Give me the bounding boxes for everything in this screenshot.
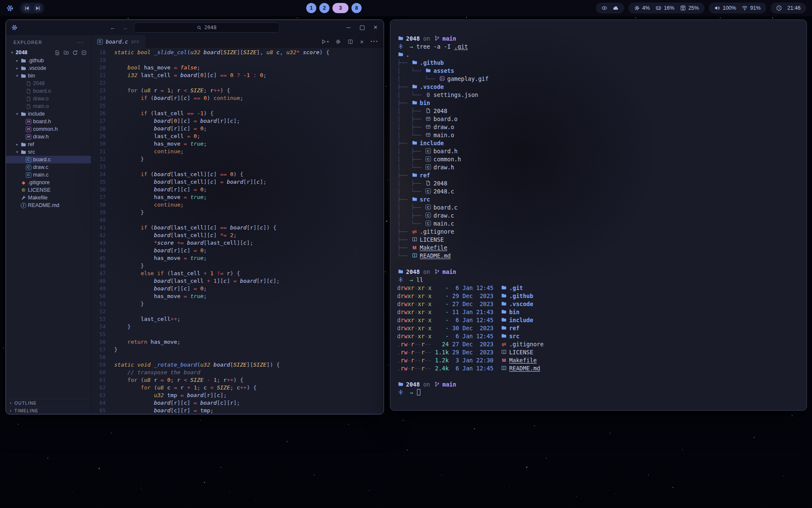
cpu-indicator[interactable]: 4% xyxy=(634,5,650,11)
editor-window[interactable]: ← → 2048 × EXPLORER ··· ▾2048▸.github▸.v… xyxy=(5,19,384,414)
chevron-right-icon[interactable]: ▸ xyxy=(14,58,20,63)
maximize-button[interactable] xyxy=(359,25,365,30)
terminal-output[interactable]: 2048 on main → tree -a -I .git.├── .gith… xyxy=(397,34,800,396)
editor-titlebar[interactable]: ← → 2048 × xyxy=(6,20,384,35)
code-line: 49 board[r][c] = 0; xyxy=(91,285,384,293)
tab-board-c[interactable]: C board.c src xyxy=(91,35,145,48)
line-number: 64 xyxy=(91,399,106,407)
more-actions-button[interactable]: ··· xyxy=(370,38,379,45)
new-folder-button[interactable] xyxy=(63,50,69,55)
terminal-window[interactable]: 2048 on main → tree -a -I .git.├── .gith… xyxy=(390,19,807,411)
collapse-button[interactable] xyxy=(81,50,87,55)
explorer-item-ref[interactable]: ▸ref xyxy=(6,141,91,148)
terminal-line: │ ├── board.o xyxy=(397,115,800,123)
split-editor-button[interactable] xyxy=(348,39,353,44)
explorer-item-readme-md[interactable]: iREADME.md xyxy=(6,202,91,209)
close-button[interactable]: × xyxy=(373,25,379,30)
new-file-button[interactable] xyxy=(55,50,60,55)
explorer-item-main-c[interactable]: Cmain.c xyxy=(6,171,91,179)
explorer-item--gitignore[interactable]: ◆.gitignore xyxy=(6,179,91,186)
workspace-3[interactable]: 3 xyxy=(332,3,348,13)
settings-button[interactable] xyxy=(335,39,341,44)
weather-module[interactable] xyxy=(596,3,624,14)
memory-indicator[interactable]: 16% xyxy=(656,5,675,11)
code-line: 23 for (u8 r = 1; r < SIZE; r++) { xyxy=(91,87,384,94)
system-stats-module[interactable]: 4%16%25% xyxy=(628,3,705,14)
close-editor-button[interactable]: × xyxy=(360,38,364,45)
explorer-item-label: 2048 xyxy=(33,80,45,86)
code-line: 59static void _rotate_board(u32 board[SI… xyxy=(91,361,384,369)
media-prev-button[interactable] xyxy=(22,4,31,12)
chevron-right-icon[interactable]: ▸ xyxy=(14,142,20,146)
file-icon xyxy=(25,96,32,102)
chevron-down-icon[interactable]: ▾ xyxy=(14,112,20,116)
explorer-item-board-h[interactable]: Hboard.h xyxy=(6,118,91,125)
desktop: { "palette":{"bg_wallpaper":"#04050c","b… xyxy=(0,0,812,508)
refresh-button[interactable] xyxy=(72,50,78,55)
explorer-item-2048[interactable]: ▾2048 xyxy=(6,48,91,57)
audio-network-module[interactable]: 100%91% xyxy=(709,3,766,14)
explorer-item-include[interactable]: ▾include xyxy=(6,110,91,118)
explorer-item--vscode[interactable]: ▸.vscode xyxy=(6,64,91,72)
code-line: 27 board[0][c] = board[r][c]; xyxy=(91,117,384,125)
explorer-menu-button[interactable]: ··· xyxy=(77,39,87,45)
explorer-item-2048[interactable]: 2048 xyxy=(6,80,91,87)
explorer-item-board-c[interactable]: Cboard.c xyxy=(6,156,91,163)
explorer-item--github[interactable]: ▸.github xyxy=(6,57,91,64)
media-next-button[interactable] xyxy=(33,4,42,12)
chevron-down-icon[interactable]: ▾ xyxy=(9,50,15,55)
minimize-button[interactable] xyxy=(346,25,351,30)
editor-tabbar: C board.c src ▾ × ··· xyxy=(91,35,384,48)
line-number: 55 xyxy=(91,331,106,338)
chevron-down-icon[interactable]: ▾ xyxy=(14,74,20,78)
workspace-2[interactable]: 2 xyxy=(319,3,329,13)
wifi-indicator[interactable]: 91% xyxy=(742,5,761,11)
explorer-item-bin[interactable]: ▾bin xyxy=(6,72,91,80)
workspace-8[interactable]: 8 xyxy=(351,3,362,13)
explorer-item-draw-o[interactable]: draw.o xyxy=(6,95,91,102)
terminal-line: │ ├── draw.o xyxy=(397,123,800,131)
code-line: 20 bool has_move = false; xyxy=(91,64,384,72)
terminal-line: drwxr-xr-x - 30 Dec 2023 ref xyxy=(397,324,800,332)
line-number: 40 xyxy=(91,216,106,224)
explorer-item-src[interactable]: ▾src xyxy=(6,148,91,156)
file-name: main.c xyxy=(433,220,454,227)
code-line: 46 } xyxy=(91,262,384,270)
explorer-item-main-o[interactable]: main.o xyxy=(6,102,91,110)
terminal-line: ├── MMakefile xyxy=(397,243,800,251)
explorer-item-draw-h[interactable]: Hdraw.h xyxy=(6,133,91,141)
history-forward-button[interactable]: → xyxy=(122,24,128,31)
memory-value: 16% xyxy=(664,5,675,11)
chevron-down-icon[interactable]: ▾ xyxy=(14,150,20,154)
line-number: 51 xyxy=(91,300,106,308)
system-logo-icon[interactable] xyxy=(6,4,14,12)
sidebar-section-outline[interactable]: ›OUTLINE xyxy=(6,399,91,406)
editor-body: EXPLORER ··· ▾2048▸.github▸.vscode▾bin20… xyxy=(6,35,384,414)
media-controls xyxy=(20,3,44,14)
explorer-item-board-o[interactable]: board.o xyxy=(6,87,91,95)
history-back-button[interactable]: ← xyxy=(110,24,116,31)
explorer-item-license[interactable]: ©LICENSE xyxy=(6,186,91,194)
workspace-1[interactable]: 1 xyxy=(306,3,316,13)
media-prev-icon xyxy=(24,6,30,11)
clock-module[interactable]: 21:46 xyxy=(771,3,806,14)
explorer-item-common-h[interactable]: Hcommon.h xyxy=(6,125,91,133)
terminal-line: │ ├── 2048 xyxy=(397,179,800,187)
terminal-line: drwxr-xr-x - 29 Dec 2023 .github xyxy=(397,292,800,300)
disk-indicator[interactable]: 25% xyxy=(680,5,699,11)
file-icon xyxy=(25,104,32,109)
terminal-line: └── README.md xyxy=(397,251,800,260)
volume-indicator[interactable]: 100% xyxy=(714,5,736,11)
terminal-line: │ └── Cdraw.h xyxy=(397,163,800,171)
chevron-right-icon[interactable]: ▸ xyxy=(14,66,20,70)
explorer-sidebar: EXPLORER ··· ▾2048▸.github▸.vscode▾bin20… xyxy=(6,35,91,414)
command-center[interactable]: 2048 xyxy=(134,22,280,33)
explorer-item-label: include xyxy=(28,111,45,117)
explorer-item-makefile[interactable]: Makefile xyxy=(6,194,91,202)
sidebar-section-timeline[interactable]: ›TIMELINE xyxy=(6,406,91,414)
run-button[interactable]: ▾ xyxy=(321,39,329,44)
terminal-line: 2048 on main xyxy=(397,380,800,388)
dir-name: ref xyxy=(420,172,430,179)
code-editor[interactable]: 18static bool _slide_col(u32 board[SIZE]… xyxy=(91,48,384,414)
explorer-item-draw-c[interactable]: Cdraw.c xyxy=(6,163,91,171)
